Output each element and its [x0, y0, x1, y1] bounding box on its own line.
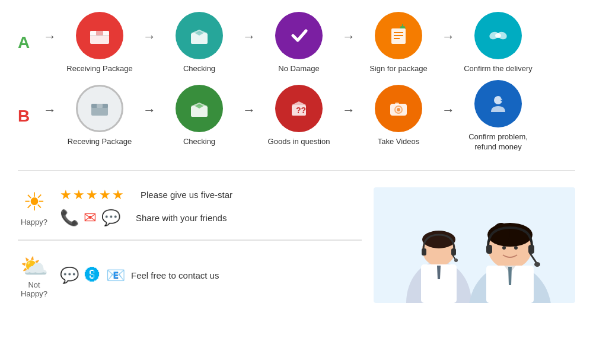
svg-text:$: $ [500, 95, 505, 103]
top-section: A → Receiving Package → [0, 0, 593, 164]
flow-row-b: B → Receving Package → [18, 80, 575, 152]
circle-take-videos [375, 85, 422, 132]
svg-point-52 [534, 262, 540, 267]
label-receiving-b: Receving Package [68, 137, 132, 147]
sun-icon: ☀ [18, 187, 50, 216]
share-text: Share with your friends [136, 213, 227, 223]
circle-sign-package [375, 12, 422, 59]
svg-rect-18 [97, 104, 103, 108]
happy-mood-group: ☀ Happy? [18, 187, 50, 226]
not-happy-content: 💬 🅢 📧 Feel free to contact us [60, 266, 219, 285]
not-happy-row: ⛅ Not Happy? 💬 🅢 📧 Feel free to contact … [18, 253, 362, 298]
stars-row: ★★★★★ Please give us five-star [60, 187, 232, 203]
checking-b-icon [186, 95, 212, 122]
circle-receiving-a [76, 12, 123, 59]
arrow-a-4: → [442, 29, 455, 44]
share-icons: 📞 ✉ 💬 [60, 209, 120, 227]
svg-rect-50 [528, 245, 534, 254]
sign-package-icon [385, 23, 412, 49]
no-damage-icon [286, 23, 312, 49]
happy-row: ☀ Happy? ★★★★★ Please give us five-star … [18, 187, 362, 227]
label-checking-a: Checking [183, 64, 215, 74]
star-icons: ★★★★★ [60, 187, 125, 203]
cloud-icon: ⛅ [18, 253, 50, 279]
row-label-b: B [18, 107, 36, 126]
receiving-package-a-icon [87, 23, 113, 49]
arrow-a-2: → [243, 29, 256, 44]
svg-point-45 [492, 223, 510, 244]
contact-icons: 💬 🅢 📧 [60, 266, 125, 285]
step-receiving-a: Receiving Package [61, 12, 138, 74]
label-goods-question: Goods in question [268, 137, 330, 147]
svg-point-53 [502, 246, 506, 250]
share-row: 📞 ✉ 💬 Share with your friends [60, 209, 232, 227]
svg-marker-23 [292, 101, 306, 105]
svg-point-54 [514, 246, 518, 250]
circle-checking-b [176, 85, 223, 132]
section-divider [18, 170, 575, 171]
step-confirm-delivery: Confirm the delivery [460, 12, 537, 74]
arrow-b-start: → [43, 103, 56, 118]
svg-marker-48 [508, 267, 512, 285]
arrow-b-1: → [143, 103, 156, 118]
step-checking-b: Checking [161, 85, 238, 147]
svg-point-15 [495, 33, 501, 38]
wechat-icon[interactable]: 💬 [60, 266, 79, 285]
label-take-videos: Take Videos [378, 137, 420, 147]
svg-rect-2 [96, 31, 103, 36]
svg-marker-39 [437, 266, 441, 279]
label-receiving-a: Receiving Package [66, 64, 132, 74]
bottom-left: ☀ Happy? ★★★★★ Please give us five-star … [18, 187, 362, 303]
circle-confirm-problem: $ [474, 80, 522, 127]
label-confirm-problem: Confirm problem, refund money [468, 132, 528, 152]
email-icon[interactable]: ✉ [84, 209, 97, 227]
skype-icon[interactable]: 🅢 [85, 266, 100, 285]
checking-a-icon [186, 23, 212, 49]
customer-service-image [374, 187, 575, 303]
label-sign-package: Sign for package [369, 64, 428, 74]
not-happy-mood-group: ⛅ Not Happy? [18, 253, 50, 298]
five-star-text: Please give us five-star [141, 190, 232, 200]
bottom-separator [18, 240, 362, 241]
take-videos-icon [385, 95, 412, 122]
confirm-problem-icon: $ [485, 91, 511, 117]
svg-marker-11 [400, 26, 406, 28]
svg-point-41 [454, 258, 458, 262]
step-receiving-b: Receving Package [61, 85, 138, 147]
receiving-package-b-icon [87, 95, 113, 122]
step-no-damage: No Damage [260, 12, 337, 74]
svg-text:??: ?? [296, 106, 306, 115]
chat-icon[interactable]: 💬 [101, 209, 120, 227]
circle-goods-question: ?? [275, 85, 323, 132]
circle-no-damage [275, 12, 323, 59]
step-checking-a: Checking [161, 12, 238, 74]
step-confirm-problem: $ Confirm problem, refund money [460, 80, 537, 152]
svg-rect-29 [395, 103, 399, 105]
label-no-damage: No Damage [278, 64, 319, 74]
flow-row-a: A → Receiving Package → [18, 12, 575, 74]
confirm-delivery-icon [485, 23, 511, 49]
goods-question-icon: ?? [286, 95, 312, 122]
happy-label: Happy? [21, 218, 47, 226]
label-checking-b: Checking [183, 137, 215, 147]
svg-point-28 [397, 108, 400, 111]
step-goods-question: ?? Goods in question [260, 85, 337, 147]
arrow-b-3: → [342, 103, 355, 118]
circle-checking-a [176, 12, 223, 59]
row-label-a: A [18, 33, 36, 52]
circle-receiving-b [76, 85, 123, 132]
svg-rect-37 [422, 248, 426, 256]
mail-icon[interactable]: 📧 [106, 266, 125, 285]
not-happy-label: Not Happy? [18, 280, 50, 298]
arrow-b-4: → [442, 103, 455, 118]
svg-rect-49 [486, 245, 492, 254]
phone-icon[interactable]: 📞 [60, 209, 79, 227]
arrow-b-2: → [243, 103, 256, 118]
arrow-a-start: → [43, 29, 56, 44]
step-sign-package: Sign for package [360, 12, 437, 74]
step-take-videos: Take Videos [360, 85, 437, 147]
arrow-a-3: → [342, 29, 355, 44]
happy-content: ★★★★★ Please give us five-star 📞 ✉ 💬 Sha… [60, 187, 232, 227]
bottom-section: ☀ Happy? ★★★★★ Please give us five-star … [0, 177, 593, 314]
label-confirm-delivery: Confirm the delivery [464, 64, 533, 74]
